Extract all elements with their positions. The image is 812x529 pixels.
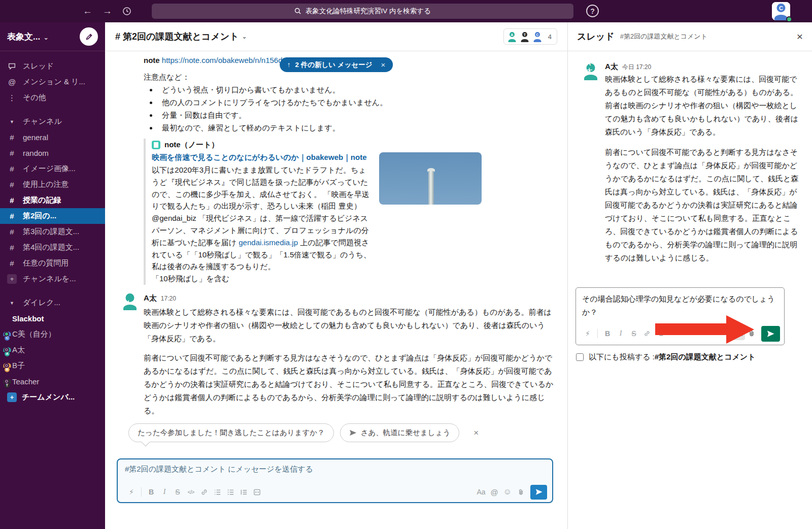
note-site-icon	[152, 141, 160, 149]
sidebar-dm-a-ta[interactable]: A A太	[0, 342, 105, 358]
avatar[interactable]: A太	[582, 62, 600, 80]
presence-offline-dot	[4, 379, 9, 384]
notes-heading: 注意点など：	[144, 71, 556, 83]
user-avatar[interactable]: C	[772, 2, 790, 20]
also-send-channel: #第2回の課題文献とコメント	[655, 352, 756, 361]
channel-view: # 第2回の課題文献とコメント ⌄ A T C 4 ↑ 2 件の新しい メッセー…	[105, 22, 567, 529]
dm-label: A太	[12, 345, 25, 355]
hash-icon: #	[7, 180, 17, 189]
channel-title[interactable]: # 第2回の課題文献とコメント ⌄	[115, 30, 247, 43]
thread-channel-name[interactable]: #第2回の課題文献とコメント	[620, 32, 791, 41]
sidebar-dm-self[interactable]: C C美（自分）	[0, 326, 105, 342]
close-icon[interactable]: ×	[473, 428, 479, 438]
bullet-item: 最初なので、練習として軽めのテキストにします。	[158, 122, 556, 134]
mentions-icon: @	[7, 78, 17, 86]
reply-send-button[interactable]	[761, 326, 780, 342]
link-title[interactable]: 映画を倍速で見ることのなにがわるいのか｜obakeweb｜note	[152, 151, 373, 163]
paper-plane-icon	[349, 429, 357, 437]
suggestion-pill-2[interactable]: さあ、軌道に乗せましょう	[340, 423, 460, 442]
help-button[interactable]: ?	[586, 5, 599, 17]
link-preview-image[interactable]	[379, 152, 482, 205]
sidebar-channel-class-records[interactable]: # 授業の記録	[0, 192, 105, 208]
gendai-link[interactable]: gendai.ismedia.jp	[239, 238, 298, 247]
compose-button[interactable]	[80, 27, 98, 46]
link-button[interactable]	[640, 327, 654, 340]
message-timestamp[interactable]: 今日 17:20	[622, 63, 651, 72]
sidebar-channel-questions[interactable]: # 任意の質問用	[0, 255, 105, 271]
sidebar-channel-session3[interactable]: # 第3回の課題文...	[0, 224, 105, 240]
search-input[interactable]: 表象文化論特殊研究演習IV 内を検索する	[152, 4, 573, 19]
sidebar-item-label: その他	[23, 93, 46, 103]
divider	[597, 329, 598, 338]
shortcuts-bolt-icon[interactable]: ⚡	[581, 327, 594, 340]
blockquote-button[interactable]	[237, 485, 250, 499]
channels-section-header[interactable]: ▼ チャンネル	[0, 114, 105, 129]
sidebar-item-more[interactable]: ⋮ その他	[0, 90, 105, 106]
message-author[interactable]: A太	[144, 292, 157, 304]
sidebar-channel-session2-selected[interactable]: # 第2回の...	[0, 208, 105, 224]
italic-button[interactable]: I	[614, 327, 627, 340]
channel-label: 任意の質問用	[23, 258, 69, 268]
sidebar-dm-b-ko[interactable]: B B子	[0, 358, 105, 374]
suggestion-row: たった今参加しました！聞き逃したことはありますか？ さあ、軌道に乗せましょう ×	[128, 423, 479, 442]
shortcuts-bolt-icon[interactable]: ⚡	[125, 485, 138, 499]
presence-online-dot	[4, 332, 9, 337]
sidebar-channel-usage-notes[interactable]: # 使用上の注意	[0, 177, 105, 192]
also-send-checkbox[interactable]	[576, 353, 584, 361]
code-block-button[interactable]	[250, 485, 263, 499]
ordered-list-button[interactable]	[211, 485, 224, 499]
forward-icon[interactable]: →	[103, 6, 112, 17]
channel-label: 使用上の注意	[23, 180, 69, 189]
message-timestamp[interactable]: 17:20	[161, 292, 176, 305]
emoji-button[interactable]: ☺	[501, 485, 514, 499]
back-icon[interactable]: ←	[83, 6, 92, 17]
attach-paperclip-button[interactable]	[514, 485, 527, 499]
code-button[interactable]: </>	[184, 485, 197, 499]
sidebar-item-threads[interactable]: スレッド	[0, 58, 105, 74]
sidebar-add-channel[interactable]: + チャンネルを...	[0, 271, 105, 287]
sidebar-add-teammates[interactable]: + チームメンバ...	[0, 389, 105, 405]
suggestion-label: たった今参加しました！聞き逃したことはありますか？	[138, 428, 325, 438]
message-body: A太 17:20 映画体験として総称される様々な要素には、回復可能であるものと回…	[144, 292, 556, 423]
strikethrough-button[interactable]: S	[171, 485, 184, 499]
bold-button[interactable]: B	[601, 327, 614, 340]
sidebar-dm-slackbot[interactable]: Slackbot	[0, 311, 105, 326]
notes-bullet-list: どういう視点・切り口から書いてもかまいません。 他の人のコメントにリプライをつけ…	[151, 84, 556, 134]
bold-button[interactable]: B	[145, 485, 158, 499]
new-messages-pill[interactable]: ↑ 2 件の新しい メッセージ ×	[280, 57, 393, 72]
sidebar-dm-teacher[interactable]: T Teacher	[0, 374, 105, 389]
channel-label: 第2回の...	[23, 211, 56, 221]
member-list-button[interactable]: A T C 4	[503, 28, 557, 45]
sidebar-channel-session4[interactable]: # 第4回の課題文...	[0, 240, 105, 255]
history-clock-icon[interactable]	[122, 7, 131, 16]
text-format-button[interactable]: Aa	[475, 485, 488, 499]
dm-section-header[interactable]: ▼ ダイレク...	[0, 295, 105, 311]
bulleted-list-button[interactable]	[224, 485, 237, 499]
sidebar: 表象文... ⌄ スレッド @ メンション & リ... ⋮ その他 ▼ チャン…	[0, 22, 105, 529]
mention-button[interactable]: @	[488, 485, 501, 499]
message-list: note https://note.com/obakeweb/n/n156d95…	[105, 51, 567, 423]
avatar-letter: C	[777, 4, 786, 12]
link-button[interactable]	[197, 485, 211, 499]
sidebar-channel-images[interactable]: # イメージ画像...	[0, 161, 105, 177]
sidebar-channel-general[interactable]: # general	[0, 129, 105, 145]
sidebar-channel-random[interactable]: # random	[0, 145, 105, 161]
close-icon[interactable]: ×	[381, 60, 386, 69]
avatar[interactable]: A太	[121, 292, 139, 310]
message-composer[interactable]: #第2回の課題文献とコメント にメッセージを送信する ⚡ B I S </>	[117, 458, 553, 503]
member-avatar: C	[532, 31, 543, 42]
hash-icon: #	[7, 133, 17, 142]
sidebar-item-mentions[interactable]: @ メンション & リ...	[0, 74, 105, 90]
strikethrough-button[interactable]: S	[627, 327, 640, 340]
close-icon[interactable]: ×	[797, 30, 803, 43]
workspace-header[interactable]: 表象文... ⌄	[0, 22, 105, 51]
channels-section-label: チャンネル	[23, 117, 62, 126]
channel-label: チャンネルを...	[23, 274, 76, 284]
send-button[interactable]	[530, 485, 547, 500]
sidebar-item-label: スレッド	[23, 61, 54, 71]
send-plane-icon	[766, 329, 775, 338]
message-author[interactable]: A太	[605, 62, 618, 72]
channel-header: # 第2回の課題文献とコメント ⌄ A T C 4	[105, 22, 567, 51]
suggestion-pill-1[interactable]: たった今参加しました！聞き逃したことはありますか？	[128, 423, 334, 442]
italic-button[interactable]: I	[158, 485, 171, 499]
